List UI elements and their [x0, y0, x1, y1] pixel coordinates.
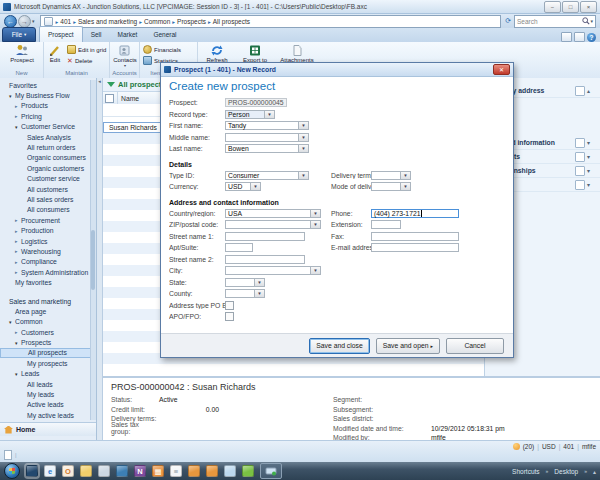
- extension-field[interactable]: [371, 220, 401, 229]
- apo-fpo-checkbox[interactable]: [225, 312, 234, 321]
- sidebar-item[interactable]: Sales and marketing: [0, 296, 91, 306]
- taskbar-app-orange-2[interactable]: [206, 465, 218, 477]
- status-user[interactable]: mfife: [582, 443, 596, 450]
- sidebar-scrollbar-thumb[interactable]: [91, 230, 95, 290]
- expand-chevron-icon[interactable]: ▾: [587, 153, 597, 160]
- taskbar-msn[interactable]: [242, 465, 254, 477]
- breadcrumb-segment[interactable]: Sales and marketing: [78, 18, 137, 25]
- column-header-name[interactable]: Name: [121, 95, 139, 102]
- save-and-close-button[interactable]: Save and close: [309, 338, 369, 354]
- sidebar-item[interactable]: All customers: [0, 184, 91, 194]
- middle-name-dropdown-icon[interactable]: ▼: [299, 133, 309, 142]
- taskbar-up-arrow-icon[interactable]: ▴: [593, 468, 596, 475]
- refresh-address-icon[interactable]: ⟳: [505, 17, 511, 25]
- expand-chevron-icon[interactable]: ▾: [587, 139, 597, 146]
- sidebar-item[interactable]: ▾Prospects: [0, 337, 91, 347]
- status-company[interactable]: 401: [563, 443, 574, 450]
- new-prospect-button[interactable]: Prospect: [5, 43, 39, 69]
- tab-sell[interactable]: Sell: [83, 27, 110, 42]
- type-id-field[interactable]: Consumer: [225, 171, 299, 180]
- edit-in-grid-button[interactable]: Edit in grid: [67, 45, 106, 54]
- notification-count[interactable]: (20): [523, 443, 535, 450]
- sidebar-item[interactable]: ▸Pricing: [0, 111, 91, 121]
- mode-of-delivery-dropdown-icon[interactable]: ▼: [401, 182, 411, 191]
- sidebar-item[interactable]: All sales orders: [0, 194, 91, 204]
- sidebar-scrollbar[interactable]: [90, 80, 96, 420]
- mode-of-delivery-field[interactable]: [371, 182, 401, 191]
- sidebar-item[interactable]: ▾My Business Flow: [0, 90, 91, 100]
- sidebar-item[interactable]: Area page: [0, 306, 91, 316]
- sidebar-item-home[interactable]: Home: [0, 422, 96, 436]
- type-id-dropdown-icon[interactable]: ▼: [299, 171, 309, 180]
- tab-market[interactable]: Market: [110, 27, 146, 42]
- taskbar-internet-explorer[interactable]: e: [44, 465, 56, 477]
- record-type-dropdown-icon[interactable]: ▼: [265, 110, 275, 119]
- dialog-close-button[interactable]: ✕: [493, 64, 510, 75]
- sidebar-item[interactable]: All return orders: [0, 142, 91, 152]
- search-input[interactable]: Search ▾: [514, 15, 596, 28]
- taskbar-onenote[interactable]: N: [134, 465, 146, 477]
- taskbar-globe[interactable]: [224, 465, 236, 477]
- breadcrumb-segment[interactable]: Prospects: [177, 18, 206, 25]
- street-name-2-field[interactable]: [225, 255, 305, 264]
- collapse-sidebar-icon[interactable]: ◂: [98, 78, 101, 84]
- taskbar-remote-desktop[interactable]: [260, 463, 282, 479]
- expand-chevron-icon[interactable]: ▾: [587, 181, 597, 188]
- record-type-field[interactable]: Person: [225, 110, 265, 119]
- sidebar-item[interactable]: Sales Analysis: [0, 132, 91, 142]
- minimize-button[interactable]: −: [544, 1, 561, 13]
- taskbar-contacts[interactable]: [98, 465, 110, 477]
- last-name-field[interactable]: Bowen: [225, 144, 299, 153]
- history-dropdown-icon[interactable]: ▾: [32, 18, 35, 24]
- county-dropdown-icon[interactable]: ▼: [255, 289, 265, 298]
- save-and-open-button[interactable]: Save and open▸: [376, 338, 440, 354]
- sidebar-item[interactable]: All consumers: [0, 205, 91, 215]
- county-field[interactable]: [225, 289, 255, 298]
- taskbar-notepad[interactable]: ≡: [170, 465, 182, 477]
- restore-button[interactable]: □: [562, 1, 579, 13]
- currency-field[interactable]: USD: [225, 182, 251, 191]
- taskbar-app-orange-1[interactable]: [188, 465, 200, 477]
- sidebar-item[interactable]: ▾Customer Service: [0, 122, 91, 132]
- city-dropdown-icon[interactable]: ▼: [311, 266, 321, 275]
- sidebar-item[interactable]: ▸Procurement: [0, 215, 91, 225]
- close-button[interactable]: ×: [580, 1, 597, 13]
- search-dropdown-icon[interactable]: ▾: [590, 18, 593, 24]
- sidebar-item[interactable]: ▸Logistics: [0, 236, 91, 246]
- sidebar-item[interactable]: All leads: [0, 379, 91, 389]
- delivery-terms-dropdown-icon[interactable]: ▼: [401, 171, 411, 180]
- sidebar-item[interactable]: My prospects: [0, 358, 91, 368]
- taskbar-toolbar-shortcuts[interactable]: Shortcuts: [512, 468, 539, 475]
- currency-dropdown-icon[interactable]: ▼: [251, 182, 261, 191]
- sidebar-item[interactable]: ▸Customers: [0, 327, 91, 337]
- zip-postal-code-dropdown-icon[interactable]: ▼: [311, 220, 321, 229]
- country-region-field[interactable]: USA: [225, 209, 311, 218]
- e-mail-address-field[interactable]: [371, 243, 459, 252]
- sidebar-item[interactable]: Customer service: [0, 174, 91, 184]
- zip-postal-code-field[interactable]: [225, 220, 311, 229]
- sidebar-item[interactable]: ▸Warehousing: [0, 246, 91, 256]
- state-dropdown-icon[interactable]: ▼: [255, 278, 265, 287]
- middle-name-field[interactable]: [225, 133, 299, 142]
- sidebar-item[interactable]: ▸Production: [0, 225, 91, 235]
- financials-button[interactable]: Financials: [143, 45, 181, 54]
- state-field[interactable]: [225, 278, 255, 287]
- forward-button[interactable]: →: [18, 15, 31, 28]
- filter-funnel-icon[interactable]: [107, 82, 115, 87]
- first-name-field[interactable]: Tandy: [225, 121, 299, 130]
- cancel-button[interactable]: Cancel: [446, 338, 504, 354]
- sidebar-item[interactable]: ▾Leads: [0, 369, 91, 379]
- sidebar-item[interactable]: Active leads: [0, 400, 91, 410]
- last-name-dropdown-icon[interactable]: ▼: [299, 144, 309, 153]
- table-row-empty[interactable]: [103, 364, 484, 375]
- sidebar-item[interactable]: Favorites: [0, 80, 91, 90]
- taskbar-toolbar-desktop[interactable]: Desktop: [554, 468, 578, 475]
- contacts-button[interactable]: Contacts ▾: [108, 43, 142, 69]
- breadcrumb-segment[interactable]: All prospects: [213, 18, 250, 25]
- sidebar-item[interactable]: My leads: [0, 389, 91, 399]
- shortcuts-chevron-icon[interactable]: »: [546, 468, 549, 474]
- edit-button[interactable]: Edit: [44, 43, 66, 69]
- sidebar-item[interactable]: ▸Compliance: [0, 257, 91, 267]
- sidebar-item-selected[interactable]: All prospects: [0, 348, 91, 358]
- taskbar-dynamics-ax[interactable]: [26, 465, 38, 477]
